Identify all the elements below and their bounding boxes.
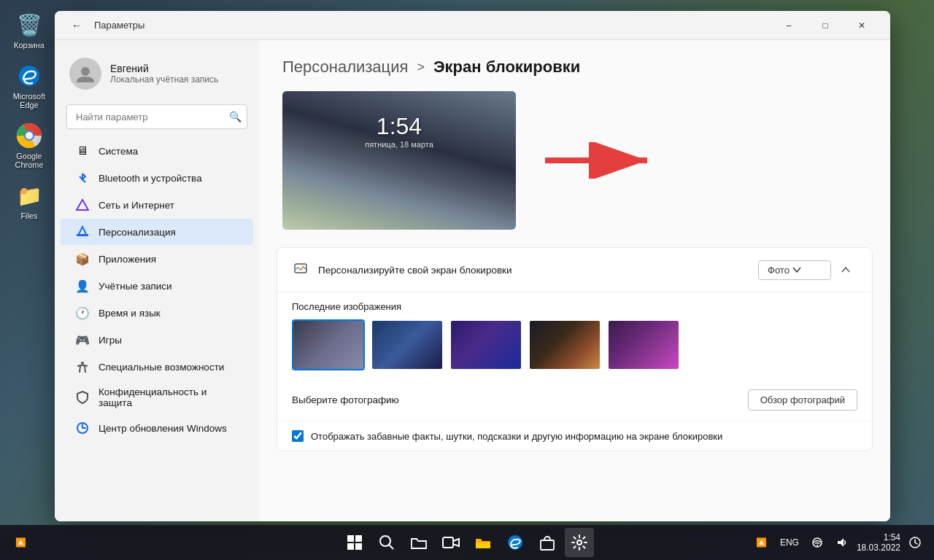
sidebar-item-personalization[interactable]: Персонализация [61, 219, 253, 245]
edge-icon [15, 61, 44, 90]
svg-point-12 [302, 266, 304, 268]
desktop-icon-recycle-bin[interactable]: 🗑️ Корзина [4, 7, 55, 52]
sidebar-item-system[interactable]: 🖥 Система [61, 138, 253, 164]
preview-area: 1:54 пятница, 18 марта [259, 91, 890, 247]
sidebar-item-gaming[interactable]: 🎮 Игры [61, 327, 253, 353]
desktop-icon-edge[interactable]: Microsoft Edge [4, 58, 55, 112]
svg-rect-14 [355, 535, 362, 542]
start-button[interactable] [340, 528, 369, 557]
preview-clock: 1:54 [365, 113, 433, 140]
recent-images-section: Последние изображения [277, 292, 872, 379]
svg-rect-19 [443, 537, 453, 548]
recent-image-3[interactable] [449, 319, 522, 370]
preview-date: пятница, 18 марта [365, 140, 433, 149]
recent-images-grid [292, 319, 857, 370]
sidebar-item-privacy[interactable]: Конфиденциальность и защита [61, 381, 253, 414]
checkbox-row: Отображать забавные факты, шутки, подска… [277, 421, 872, 451]
recent-image-1[interactable] [292, 319, 365, 370]
red-arrow [545, 142, 662, 179]
sidebar-item-apps[interactable]: 📦 Приложения [61, 246, 253, 272]
chrome-icon [15, 121, 44, 150]
search-input[interactable] [66, 104, 247, 129]
settings-panels: Персонализируйте свой экран блокировки Ф… [259, 247, 890, 451]
system-label: Система [99, 146, 138, 157]
tray-volume[interactable] [832, 528, 852, 557]
user-name: Евгений [110, 63, 218, 74]
nav-items: 🖥 Система Bluetooth и устройства Сеть [55, 138, 259, 441]
clock-date: 18.03.2022 [857, 542, 900, 553]
tray-language[interactable]: ENG [776, 528, 803, 557]
desktop-icon-files[interactable]: 📁 Files [4, 178, 55, 223]
sidebar-item-accounts[interactable]: 👤 Учётные записи [61, 273, 253, 299]
taskbar-store[interactable] [533, 528, 562, 557]
sidebar-item-time[interactable]: 🕐 Время и язык [61, 300, 253, 326]
preview-bg: 1:54 пятница, 18 марта [282, 91, 516, 230]
gaming-label: Игры [99, 335, 122, 346]
breadcrumb-separator: > [417, 60, 425, 75]
svg-point-22 [577, 540, 582, 545]
taskbar-file-explorer[interactable] [404, 528, 433, 557]
tray-chevron[interactable]: 🔼 [752, 528, 772, 557]
taskbar-files[interactable] [468, 528, 498, 557]
minimize-button[interactable]: – [772, 14, 806, 37]
bluetooth-label: Bluetooth и устройства [99, 173, 202, 184]
user-profile[interactable]: Евгений Локальная учётная запись [55, 49, 259, 104]
browse-row: Выберите фотографию Обзор фотографий [277, 379, 872, 421]
taskbar-show-hidden[interactable]: 🔼 [6, 528, 35, 557]
taskbar-search[interactable] [372, 528, 401, 557]
gaming-icon: 🎮 [75, 332, 90, 347]
preview-time: 1:54 пятница, 18 марта [365, 113, 433, 149]
main-content: Персонализация > Экран блокировки 1:54 п… [259, 40, 890, 521]
personalize-label: Персонализируйте свой экран блокировки [318, 265, 758, 276]
sidebar-item-network[interactable]: Сеть и Интернет [61, 192, 253, 218]
svg-point-24 [817, 545, 818, 546]
recent-images-label: Последние изображения [292, 301, 857, 312]
tray-time[interactable]: 1:54 18.03.2022 [857, 532, 900, 553]
personalize-row: Персонализируйте свой экран блокировки Ф… [277, 248, 872, 292]
svg-point-17 [380, 536, 390, 546]
back-button[interactable]: ← [66, 15, 87, 36]
clock-time: 1:54 [884, 532, 900, 542]
accounts-icon: 👤 [75, 279, 90, 293]
accounts-label: Учётные записи [99, 281, 172, 292]
bluetooth-icon [75, 171, 90, 185]
taskbar-settings[interactable] [565, 528, 594, 557]
sidebar-item-windows-update[interactable]: Центр обновления Windows [61, 415, 253, 441]
svg-marker-5 [77, 200, 88, 210]
sidebar-item-bluetooth[interactable]: Bluetooth и устройства [61, 165, 253, 191]
breadcrumb-parent: Персонализация [282, 58, 408, 77]
maximize-button[interactable]: □ [808, 14, 842, 37]
recent-image-2[interactable] [371, 319, 444, 370]
personalize-row-icon [292, 261, 309, 279]
accessibility-label: Специальные возможности [99, 362, 224, 373]
accessibility-icon [75, 359, 90, 374]
title-bar: ← Параметры – □ ✕ [55, 11, 890, 40]
close-button[interactable]: ✕ [845, 14, 879, 37]
windows-update-label: Центр обновления Windows [99, 423, 227, 434]
personalize-panel: Персонализируйте свой экран блокировки Ф… [277, 247, 873, 451]
recycle-bin-label: Корзина [14, 41, 45, 50]
network-label: Сеть и Интернет [99, 200, 174, 211]
svg-point-4 [81, 67, 90, 76]
svg-rect-6 [77, 234, 88, 236]
recycle-bin-icon: 🗑️ [15, 10, 44, 39]
tray-network[interactable] [807, 528, 827, 557]
svg-rect-16 [355, 543, 362, 550]
recent-image-5[interactable] [607, 319, 680, 370]
files-icon: 📁 [15, 181, 44, 210]
svg-point-3 [26, 132, 33, 139]
background-type-dropdown[interactable]: Фото [758, 260, 831, 280]
taskbar-edge[interactable] [501, 528, 530, 557]
fun-facts-checkbox[interactable] [292, 430, 304, 442]
desktop-icon-chrome[interactable]: Google Chrome [4, 118, 55, 172]
browse-photos-button[interactable]: Обзор фотографий [748, 389, 857, 411]
lock-screen-preview: 1:54 пятница, 18 марта [282, 91, 516, 230]
svg-marker-25 [838, 538, 844, 547]
recent-image-4[interactable] [528, 319, 601, 370]
taskbar-meet[interactable] [436, 528, 466, 557]
sidebar: Евгений Локальная учётная запись 🔍 🖥 Сис… [55, 40, 259, 521]
network-icon [75, 198, 90, 212]
sidebar-item-accessibility[interactable]: Специальные возможности [61, 354, 253, 380]
tray-notification[interactable] [905, 528, 925, 557]
panel-expand-button[interactable] [834, 258, 857, 281]
